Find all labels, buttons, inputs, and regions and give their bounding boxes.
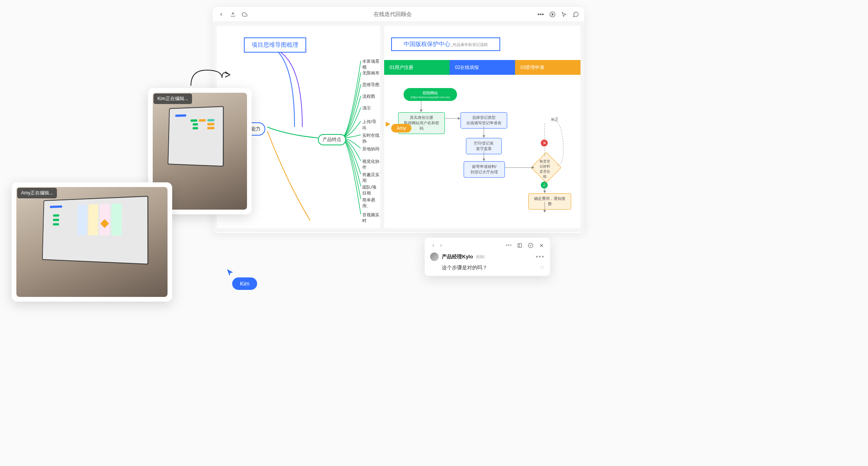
svg-rect-12 [518,244,521,247]
mindmap-leaf[interactable]: 上传/导出 [362,119,380,131]
flowchart-node-login-text: 登陆网站 [411,90,450,96]
flowchart-col-1: 01用户注册 [384,60,450,75]
cloud-icon[interactable] [242,11,248,18]
prev-comment-icon[interactable] [430,242,436,249]
flowchart-node-correct[interactable]: 补正 [547,115,563,125]
flowchart-title[interactable]: 中国版权保护中心_作品著作权登记流程 [391,37,500,51]
comment-more-icon[interactable]: ••• [506,243,512,248]
flowchart-title-sub: _作品著作权登记流程 [450,42,488,47]
comment-close-icon[interactable] [538,242,545,249]
flowchart-board[interactable]: 中国版权保护中心_作品著作权登记流程 01用户注册 02在线填报 03受理申请 … [384,26,580,228]
arrow-doodle [187,66,234,90]
photo-card-amy: Amy正在编辑... [12,182,172,302]
next-comment-icon[interactable] [438,242,444,249]
flowchart-col-3: 03受理申请 [515,60,580,75]
document-title: 在线迭代回顾会 [248,11,538,18]
error-icon: ✕ [541,139,548,147]
export-icon[interactable] [230,11,236,18]
cursor-icon[interactable] [561,11,567,18]
play-icon[interactable] [549,11,556,18]
mindmap-leaf[interactable]: 异地协同 [362,146,379,152]
comment-body: 这个步骤是对的吗？ [442,264,487,271]
flowchart-node-print[interactable]: 打印登记表 签字盖章 [466,138,502,154]
flowchart-node-select[interactable]: 选择登记类型 在线填写登记申请表 [460,112,507,129]
comment-time: 刚刚 [476,254,485,260]
flowchart-node-login-sub: (https://www.ccopyright.com.cn/) [411,96,450,99]
mindmap-leaf[interactable]: 音视频实时 [362,212,380,224]
amy-cursor-pointer: ▶ [386,120,390,127]
kim-cursor-badge: Kim [232,277,257,290]
mindmap-leaf[interactable]: 团队/项目相 [362,184,380,196]
back-icon[interactable] [218,11,224,18]
amy-cursor-badge: Amy [391,124,411,132]
mindmap-leaf[interactable]: 视觉化协作 [362,159,380,170]
comment-item-more-icon[interactable]: ••• [536,253,545,260]
mindmap-leaf[interactable]: 简单易用、 [362,197,380,209]
mindmap-leaf[interactable]: 演示 [362,105,371,111]
check-icon: ✓ [541,182,548,189]
mindmap-leaf[interactable]: 丰富场景模 [362,58,380,70]
toolbar: 在线迭代回顾会 ••• [213,7,584,22]
comment-expand-icon[interactable] [517,242,523,249]
svg-point-14 [528,243,533,248]
comment-resolve-icon[interactable] [528,242,534,249]
flowchart-node-mail[interactable]: 邮寄申请材料/ 到登记大厅办理 [464,161,505,178]
comment-popup: ••• 产品经理Kylo 刚刚 ••• 这个步骤是对的吗？ ☺ [425,238,550,276]
mindmap-leaf[interactable]: 实时在线协 [362,132,380,144]
emoji-icon[interactable]: ☺ [540,264,545,271]
photo-label-kim: Kim正在编辑... [153,94,192,104]
kim-cursor-pointer [226,268,235,278]
mindmap-leaf[interactable]: 思维导图 [362,82,379,88]
comment-icon[interactable] [573,11,579,18]
more-icon[interactable]: ••• [538,11,544,18]
mindmap-hub[interactable]: 产品特点 [318,134,346,145]
photo-label-amy: Amy正在编辑... [17,188,57,198]
mindmap-leaf[interactable]: 流程图 [362,94,375,99]
app-window: 在线迭代回顾会 ••• 项目思维导 [213,7,584,233]
mindmap-leaf[interactable]: 无限画布 [362,70,379,76]
svg-marker-2 [552,13,554,15]
flowchart-col-2: 02在线填报 [450,60,515,75]
flowchart-columns: 01用户注册 02在线填报 03受理申请 [384,60,580,75]
comment-avatar [430,252,439,261]
flowchart-title-main: 中国版权保护中心 [404,41,450,47]
flowchart-node-check[interactable]: 检查登记材料 是否合格 [531,152,561,183]
mindmap-title[interactable]: 项目思维导图梳理 [244,37,306,53]
flowchart-node-fee[interactable]: 确定费用，通知缴费 [528,193,571,210]
mindmap-leaf[interactable]: 有趣且实用 [362,172,380,184]
comment-author: 产品经理Kylo [442,253,473,260]
flowchart-node-login[interactable]: 登陆网站 (https://www.ccopyright.com.cn/) [404,88,457,101]
